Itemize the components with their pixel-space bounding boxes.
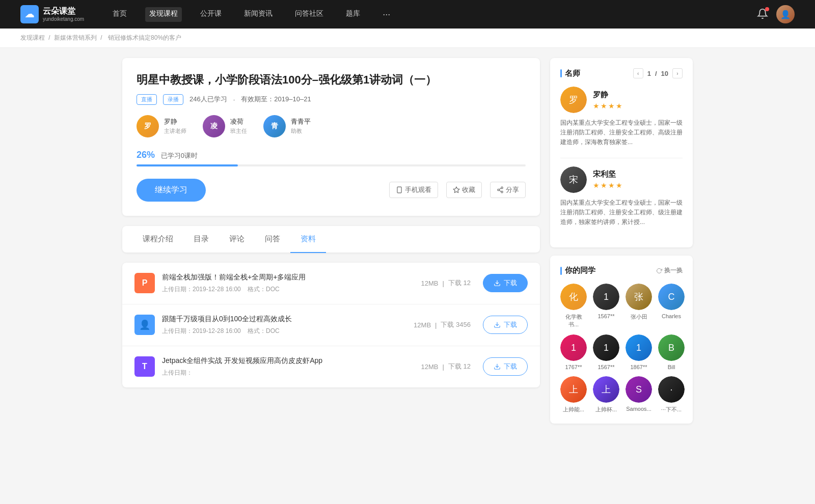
classmate-avatar-5[interactable]: 1 (593, 334, 619, 361)
separator: · (233, 96, 235, 103)
classmate-avatar-8[interactable]: 上 (560, 376, 587, 403)
instructor-name-2: 青青平 (291, 117, 311, 126)
teacher-stars-1: ★ ★ ★ ★ (593, 181, 622, 189)
course-meta: 直播 录播 246人已学习 · 有效期至：2019–10–21 (137, 94, 526, 105)
badge-live: 直播 (137, 94, 157, 105)
classmate-item-3: C Charles (658, 284, 685, 328)
instructor-2: 青 青青平 助教 (263, 115, 311, 137)
classmate-name-0: 化学教书... (560, 313, 587, 328)
tab-qa[interactable]: 问答 (255, 226, 290, 253)
nav-discover[interactable]: 发现课程 (145, 7, 182, 22)
favorite-link[interactable]: 收藏 (446, 182, 482, 198)
valid-until: 有效期至：2019–10–21 (241, 95, 311, 104)
classmate-avatar-11[interactable]: · (658, 376, 685, 403)
classmate-item-9: 上 上帅杯... (593, 376, 619, 413)
download-button-0[interactable]: 下载 (483, 274, 528, 292)
instructor-role-2: 助教 (291, 127, 311, 135)
nav-qa[interactable]: 问答社区 (291, 7, 328, 22)
material-stats-1: 12MB | 下载 3456 (414, 320, 471, 329)
notification-bell[interactable] (757, 8, 768, 21)
material-item: T Jetpack全组件实战 开发短视频应用高仿皮皮虾App 上传日期： 12M… (122, 346, 540, 387)
course-title: 明星中教授课，小学阶段语法100分–强化级第1讲动词（一） (137, 72, 526, 88)
classmate-avatar-9[interactable]: 上 (593, 376, 619, 403)
nav-more[interactable]: ··· (378, 7, 394, 22)
progress-bar-fill (137, 164, 238, 166)
classmate-avatar-7[interactable]: B (658, 334, 685, 361)
tab-intro[interactable]: 课程介绍 (132, 226, 183, 253)
classmate-name-5: 1567** (597, 364, 614, 370)
download-icon (494, 363, 501, 370)
instructors: 罗 罗静 主讲老师 凌 凌荷 班主任 (137, 115, 526, 137)
download-icon (494, 321, 501, 328)
breadcrumb-discover[interactable]: 发现课程 (20, 34, 45, 41)
breadcrumb: 发现课程 / 新媒体营销系列 / 销冠修炼术搞定80%的客户 (0, 29, 815, 48)
progress-bar-bg (137, 164, 526, 166)
user-avatar[interactable]: 👤 (776, 5, 795, 23)
logo[interactable]: ☁ 云朵课堂 yundoiketang.com (20, 5, 84, 23)
teacher-desc-1: 国内某重点大学安全工程专业硕士，国家一级注册消防工程师、注册安全工程师、级注册建… (560, 198, 683, 228)
classmate-name-2: 张小田 (631, 313, 647, 321)
nav-home[interactable]: 首页 (108, 7, 131, 22)
nav-quiz[interactable]: 题库 (342, 7, 364, 22)
svg-point-3 (501, 187, 503, 189)
classmate-avatar-0[interactable]: 化 (560, 284, 587, 310)
main-container: 明星中教授课，小学阶段语法100分–强化级第1讲动词（一） 直播 录播 246人… (102, 48, 713, 442)
teacher-item-1: 宋 宋利坚 ★ ★ ★ ★ 国内某重点大学安全工程专业硕士，国家一级注册消防工程… (560, 166, 683, 228)
material-stats-0: 12MB | 下载 12 (421, 278, 471, 288)
share-link[interactable]: 分享 (490, 182, 526, 198)
classmate-name-8: 上帅能... (563, 406, 584, 413)
logo-icon: ☁ (20, 5, 39, 23)
progress-pct: 26% (137, 150, 155, 160)
logo-text: 云朵课堂 yundoiketang.com (43, 6, 84, 22)
teacher-name-1: 宋利坚 (593, 170, 622, 179)
title-bar-classmates (560, 267, 562, 275)
material-title-1: 跟随千万级项目从0到100全过程高效成长 (162, 315, 401, 324)
nav-news[interactable]: 新闻资讯 (240, 7, 277, 22)
classmate-item-2: 张 张小田 (626, 284, 652, 328)
tab-comments[interactable]: 评论 (219, 226, 255, 253)
pager-next[interactable]: › (672, 68, 683, 78)
teacher-item-0: 罗 罗静 ★ ★ ★ ★ 国内某重点大学安全工程专业硕士，国家一级注册消防工程师… (560, 87, 683, 148)
learners-count: 246人已学习 (189, 95, 227, 104)
share-icon (497, 186, 504, 193)
classmate-avatar-4[interactable]: 1 (560, 334, 587, 361)
material-title-2: Jetpack全组件实战 开发短视频应用高仿皮皮虾App (162, 356, 409, 366)
instructor-name-0: 罗静 (164, 117, 186, 126)
instructor-avatar-1: 凌 (203, 115, 225, 137)
content-area: 明星中教授课，小学阶段语法100分–强化级第1讲动词（一） 直播 录播 246人… (122, 58, 540, 432)
teacher-divider (560, 158, 683, 158)
classmate-avatar-3[interactable]: C (658, 284, 685, 310)
material-item: 👤 跟随千万级项目从0到100全过程高效成长 上传日期：2019-12-28 1… (122, 304, 540, 346)
download-button-2[interactable]: 下载 (483, 357, 528, 376)
refresh-icon (656, 268, 662, 274)
classmate-item-11: · ···下不... (658, 376, 685, 413)
progress-label: 已学习0课时 (161, 152, 198, 159)
classmate-item-6: 1 1867** (626, 334, 652, 370)
classmate-avatar-2[interactable]: 张 (626, 284, 652, 310)
tab-toc[interactable]: 目录 (183, 226, 219, 253)
classmate-avatar-6[interactable]: 1 (626, 334, 652, 361)
refresh-button[interactable]: 换一换 (656, 266, 683, 275)
nav-open-course[interactable]: 公开课 (196, 7, 226, 22)
download-button-1[interactable]: 下载 (483, 316, 528, 334)
teacher-avatar-1: 宋 (560, 166, 587, 193)
breadcrumb-series[interactable]: 新媒体营销系列 (54, 34, 97, 41)
instructor-avatar-2: 青 (263, 115, 286, 137)
tab-materials[interactable]: 资料 (290, 226, 326, 253)
badge-record: 录播 (163, 94, 183, 105)
course-card: 明星中教授课，小学阶段语法100分–强化级第1讲动词（一） 直播 录播 246人… (122, 58, 540, 216)
material-meta-2: 上传日期： (162, 369, 409, 377)
pager-prev[interactable]: ‹ (633, 68, 643, 78)
classmates-header: 你的同学 换一换 (560, 266, 683, 275)
classmate-item-0: 化 化学教书... (560, 284, 587, 328)
classmate-name-1: 1567** (597, 313, 614, 319)
phone-view-link[interactable]: 手机观看 (389, 182, 438, 198)
classmate-avatar-10[interactable]: S (626, 376, 652, 403)
classmate-avatar-1[interactable]: 1 (593, 284, 619, 310)
teacher-name-0: 罗静 (593, 90, 622, 100)
material-info-2: Jetpack全组件实战 开发短视频应用高仿皮皮虾App 上传日期： (162, 356, 409, 377)
classmate-name-10: Samoos... (626, 406, 651, 412)
phone-icon (396, 186, 403, 193)
continue-button[interactable]: 继续学习 (137, 179, 206, 202)
svg-rect-0 (397, 187, 401, 193)
